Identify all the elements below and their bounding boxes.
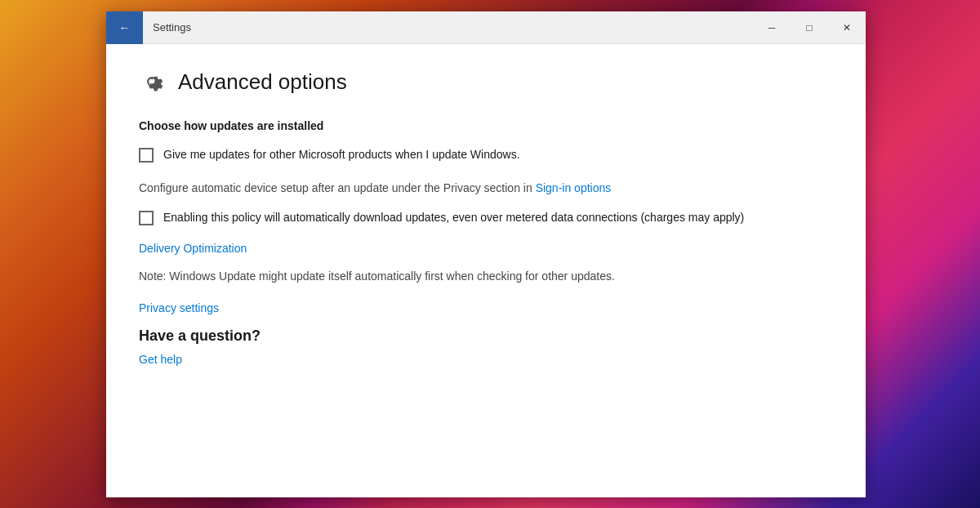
checkbox2-label: Enabling this policy will automatically …	[163, 210, 744, 226]
sign-in-info-text: Configure automatic device setup after a…	[139, 180, 833, 197]
checkbox2-row: Enabling this policy will automatically …	[139, 210, 833, 226]
checkbox-metered[interactable]	[139, 211, 154, 225]
close-button[interactable]: ✕	[828, 11, 866, 44]
page-title: Advanced options	[178, 69, 347, 95]
back-arrow-icon: ←	[119, 22, 131, 33]
note-text: Note: Windows Update might update itself…	[139, 268, 833, 285]
checkbox-other-products[interactable]	[139, 148, 154, 163]
sign-in-info-prefix: Configure automatic device setup after a…	[139, 181, 536, 194]
page-header: Advanced options	[139, 69, 833, 95]
have-a-question-section: Have a question? Get help	[139, 328, 833, 366]
title-bar: ← Settings ─ □ ✕	[106, 11, 866, 44]
delivery-optimization-link[interactable]: Delivery Optimization	[139, 242, 833, 255]
gear-icon	[139, 69, 165, 95]
sign-in-options-link[interactable]: Sign-in options	[536, 181, 612, 194]
get-help-link[interactable]: Get help	[139, 353, 833, 366]
minimize-button[interactable]: ─	[753, 11, 791, 44]
back-button[interactable]: ←	[106, 11, 143, 44]
window-title: Settings	[143, 21, 753, 33]
section-heading-choose-how: Choose how updates are installed	[139, 119, 833, 132]
settings-window: ← Settings ─ □ ✕ Advanced options Choose…	[106, 11, 866, 497]
section-choose-how: Choose how updates are installed Give me…	[139, 119, 833, 225]
checkbox1-row: Give me updates for other Microsoft prod…	[139, 147, 833, 163]
checkbox1-label: Give me updates for other Microsoft prod…	[163, 147, 520, 163]
window-controls: ─ □ ✕	[753, 11, 866, 44]
privacy-settings-link[interactable]: Privacy settings	[139, 301, 833, 314]
maximize-button[interactable]: □	[791, 11, 828, 44]
page-content: Advanced options Choose how updates are …	[106, 44, 866, 497]
have-a-question-heading: Have a question?	[139, 328, 833, 345]
